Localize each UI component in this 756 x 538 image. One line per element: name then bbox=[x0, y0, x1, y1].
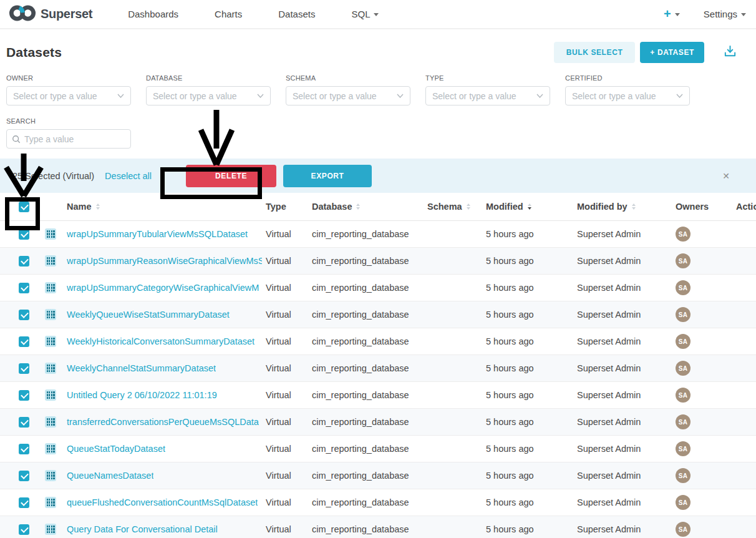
dataset-name-link[interactable]: wrapUpSummaryTubularViewMsSQLDataset bbox=[67, 229, 248, 239]
brand-name: Superset bbox=[41, 7, 92, 21]
dataset-name-link[interactable]: transferredConversationsPerQueueMsSQLDat… bbox=[67, 417, 259, 427]
table-row: Untitled Query 2 06/10/2022 11:01:19 Vir… bbox=[0, 382, 756, 409]
chevron-down-icon bbox=[675, 13, 680, 16]
deselect-all-link[interactable]: Deselect all bbox=[105, 171, 152, 181]
filter-label: TYPE bbox=[425, 74, 550, 82]
row-checkbox[interactable] bbox=[19, 524, 29, 535]
row-checkbox[interactable] bbox=[19, 336, 29, 347]
column-header-modified[interactable]: Modified bbox=[483, 202, 574, 212]
row-checkbox[interactable] bbox=[19, 283, 29, 293]
row-icon-cell bbox=[37, 228, 67, 240]
dataset-database: cim_reporting_database bbox=[308, 363, 424, 373]
dataset-database: cim_reporting_database bbox=[308, 229, 424, 239]
dataset-name-link[interactable]: WeeklyChannelStatSummaryDataset bbox=[67, 363, 216, 373]
dataset-modified: 5 hours ago bbox=[483, 471, 574, 481]
dataset-modified: 5 hours ago bbox=[483, 363, 574, 373]
dataset-type: Virtual bbox=[262, 390, 308, 400]
table-row: WeeklyHistoricalConversatonSummaryDatase… bbox=[0, 328, 756, 355]
bulk-select-button[interactable]: BULK SELECT bbox=[554, 42, 636, 63]
sort-icon[interactable] bbox=[356, 203, 360, 210]
delete-button[interactable]: DELETE bbox=[186, 165, 276, 187]
owner-select[interactable]: Select or type a value bbox=[6, 86, 131, 105]
type-select[interactable]: Select or type a value bbox=[425, 86, 550, 105]
owner-avatar[interactable]: SA bbox=[676, 522, 691, 537]
row-checkbox[interactable] bbox=[19, 229, 29, 240]
page-header: Datasets BULK SELECT + DATASET bbox=[0, 29, 756, 72]
owners-cell: SA bbox=[673, 334, 727, 349]
dataset-name-link[interactable]: wrapUpSummaryCategoryWiseGraphicalViewM bbox=[67, 283, 259, 293]
dataset-database: cim_reporting_database bbox=[308, 471, 424, 481]
database-select[interactable]: Select or type a value bbox=[146, 86, 271, 105]
table-row: QueueStatTodayDataset Virtual cim_report… bbox=[0, 436, 756, 462]
dataset-name-link[interactable]: Query Data For Conversational Detail bbox=[67, 524, 218, 534]
select-all-checkbox[interactable] bbox=[19, 202, 29, 212]
owner-avatar[interactable]: SA bbox=[676, 227, 691, 242]
column-header-modified-by[interactable]: Modified by bbox=[574, 202, 673, 212]
row-checkbox[interactable] bbox=[19, 471, 29, 481]
settings-menu[interactable]: Settings bbox=[704, 9, 746, 19]
sort-icon[interactable] bbox=[632, 203, 636, 210]
table-row: WeeklyQueueWiseStatSummaryDataset Virtua… bbox=[0, 301, 756, 328]
table-row: QueueNamesDataset Virtual cim_reporting_… bbox=[0, 462, 756, 489]
table-row: wrapUpSummaryReasonWiseGraphicalViewMsS … bbox=[0, 248, 756, 275]
nav-item-charts[interactable]: Charts bbox=[215, 9, 242, 19]
dataset-name-link[interactable]: Untitled Query 2 06/10/2022 11:01:19 bbox=[67, 390, 217, 400]
owner-avatar[interactable]: SA bbox=[676, 441, 691, 456]
row-checkbox[interactable] bbox=[19, 363, 29, 374]
table-row: transferredConversationsPerQueueMsSQLDat… bbox=[0, 409, 756, 436]
dataset-modified-by: Superset Admin bbox=[574, 256, 673, 266]
dataset-modified: 5 hours ago bbox=[483, 524, 574, 534]
sort-icon[interactable] bbox=[467, 203, 470, 210]
row-checkbox-cell bbox=[0, 471, 37, 481]
nav-item-dashboards[interactable]: Dashboards bbox=[128, 9, 178, 19]
row-checkbox[interactable] bbox=[19, 497, 29, 508]
owners-cell: SA bbox=[673, 495, 727, 510]
owner-avatar[interactable]: SA bbox=[676, 253, 691, 268]
row-checkbox[interactable] bbox=[19, 390, 29, 401]
owner-avatar[interactable]: SA bbox=[676, 334, 691, 349]
dataset-modified: 5 hours ago bbox=[483, 417, 574, 427]
row-checkbox[interactable] bbox=[19, 444, 29, 454]
column-header-schema[interactable]: Schema bbox=[424, 202, 483, 212]
dataset-modified-by: Superset Admin bbox=[574, 283, 673, 293]
schema-select[interactable]: Select or type a value bbox=[286, 86, 410, 105]
nav-item-sql[interactable]: SQL bbox=[351, 9, 379, 19]
superset-brand[interactable]: Superset bbox=[9, 4, 92, 25]
datasets-table: NameTypeDatabaseSchemaModifiedModified b… bbox=[0, 193, 756, 538]
add-dataset-button[interactable]: + DATASET bbox=[640, 42, 704, 63]
row-checkbox[interactable] bbox=[19, 417, 29, 428]
column-header-name[interactable]: Name bbox=[67, 202, 262, 212]
owner-avatar[interactable]: SA bbox=[676, 388, 691, 403]
search-input[interactable] bbox=[24, 134, 125, 144]
dataset-grid-icon bbox=[45, 497, 56, 508]
export-button[interactable]: EXPORT bbox=[283, 165, 372, 187]
dataset-name-link[interactable]: wrapUpSummaryReasonWiseGraphicalViewMsS bbox=[67, 256, 262, 266]
dataset-name-link[interactable]: QueueNamesDataset bbox=[67, 471, 153, 481]
superset-logo-icon bbox=[9, 4, 36, 25]
owner-avatar[interactable]: SA bbox=[676, 468, 691, 483]
dataset-modified: 5 hours ago bbox=[483, 283, 574, 293]
dataset-name-link[interactable]: WeeklyHistoricalConversatonSummaryDatase… bbox=[67, 336, 254, 346]
import-datasets-button[interactable] bbox=[723, 44, 737, 61]
owner-avatar[interactable]: SA bbox=[676, 280, 691, 295]
row-checkbox-cell bbox=[0, 283, 37, 293]
row-checkbox[interactable] bbox=[19, 310, 29, 320]
sort-icon[interactable] bbox=[96, 203, 100, 210]
dataset-database: cim_reporting_database bbox=[308, 497, 424, 507]
certified-select[interactable]: Select or type a value bbox=[565, 86, 690, 105]
row-checkbox[interactable] bbox=[19, 256, 29, 267]
selected-count: 25 Selected (Virtual) bbox=[12, 171, 94, 181]
dataset-name-link[interactable]: QueueStatTodayDataset bbox=[67, 444, 165, 454]
owner-avatar[interactable]: SA bbox=[676, 361, 691, 376]
nav-item-datasets[interactable]: Datasets bbox=[278, 9, 315, 19]
owner-avatar[interactable]: SA bbox=[676, 495, 691, 510]
close-icon[interactable]: ✕ bbox=[722, 171, 730, 181]
new-item-menu[interactable]: + bbox=[664, 7, 680, 21]
owner-avatar[interactable]: SA bbox=[676, 414, 691, 429]
dataset-name-link[interactable]: queueFlushedConversationCountMsSqlDatase… bbox=[67, 497, 258, 507]
column-header-database[interactable]: Database bbox=[308, 202, 424, 212]
dataset-name-link[interactable]: WeeklyQueueWiseStatSummaryDataset bbox=[67, 310, 230, 320]
sort-icon[interactable] bbox=[528, 203, 531, 210]
owner-avatar[interactable]: SA bbox=[676, 307, 691, 322]
owners-cell: SA bbox=[673, 388, 727, 403]
